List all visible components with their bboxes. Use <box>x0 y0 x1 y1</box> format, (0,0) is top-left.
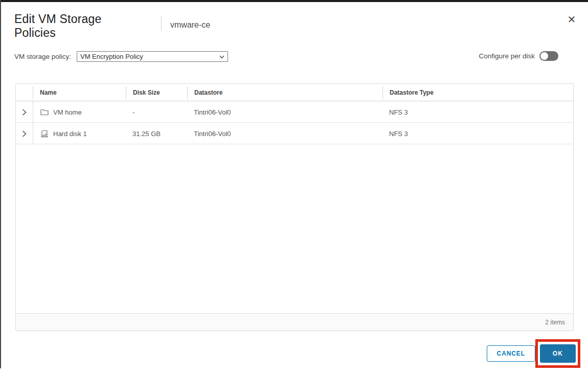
column-header-datastore-type[interactable]: Datastore Type <box>382 86 573 99</box>
vm-storage-policy-select[interactable]: VM Encryption Policy <box>77 51 228 62</box>
window-top-edge <box>0 0 588 2</box>
row-name-cell: Hard disk 1 <box>33 123 126 144</box>
ok-button[interactable]: OK <box>540 344 576 363</box>
policy-form-row: VM storage policy: VM Encryption Policy … <box>14 51 574 62</box>
table-row-hard-disk-1[interactable]: Hard disk 1 31.25 GB Tintri06-Vol0 NFS 3 <box>16 123 573 144</box>
row-disk-size: - <box>126 108 187 116</box>
title-divider <box>161 16 162 31</box>
table-row-vm-home[interactable]: VM home - Tintri06-Vol0 NFS 3 <box>16 101 573 123</box>
toggle-knob <box>540 52 548 60</box>
table-empty-area <box>16 144 573 313</box>
column-header-disk-size[interactable]: Disk Size <box>126 86 187 99</box>
storage-policy-table: Name Disk Size Datastore Datastore Type … <box>15 83 574 331</box>
chevron-down-icon <box>219 55 224 59</box>
expander-column-header <box>16 86 33 99</box>
configure-per-disk-label: Configure per disk <box>479 52 535 60</box>
window-left-edge <box>0 0 1 368</box>
edit-vm-storage-policies-dialog: Edit VM Storage Policies vmware-ce ✕ VM … <box>0 0 588 374</box>
hard-disk-icon <box>40 130 49 138</box>
configure-per-disk-toggle[interactable] <box>539 51 558 61</box>
row-name-cell: VM home <box>33 101 126 123</box>
vm-name-subtitle: vmware-ce <box>170 20 210 30</box>
row-datastore: Tintri06-Vol0 <box>187 130 382 138</box>
items-count: 2 items <box>545 319 565 326</box>
folder-icon <box>40 109 49 116</box>
chevron-right-icon[interactable] <box>16 101 33 123</box>
chevron-right-icon[interactable] <box>16 123 33 144</box>
row-disk-size: 31.25 GB <box>126 130 187 138</box>
row-datastore-type: NFS 3 <box>382 130 573 138</box>
column-header-datastore[interactable]: Datastore <box>187 86 382 99</box>
configure-per-disk-group: Configure per disk <box>479 51 558 61</box>
dialog-title: Edit VM Storage Policies <box>14 12 137 40</box>
vm-storage-policy-label: VM storage policy: <box>14 53 71 60</box>
table-header-row: Name Disk Size Datastore Datastore Type <box>16 84 573 101</box>
dialog-actions: CANCEL OK <box>487 339 580 368</box>
row-datastore: Tintri06-Vol0 <box>187 108 382 116</box>
annotation-highlight-box: OK <box>535 339 580 368</box>
row-name-label: Hard disk 1 <box>53 130 87 138</box>
column-header-name[interactable]: Name <box>33 86 126 99</box>
cancel-button[interactable]: CANCEL <box>487 345 535 362</box>
row-name-label: VM home <box>53 108 82 116</box>
close-icon[interactable]: ✕ <box>566 13 578 26</box>
selected-policy-value: VM Encryption Policy <box>80 52 143 61</box>
table-footer: 2 items <box>16 313 573 331</box>
row-datastore-type: NFS 3 <box>382 108 573 116</box>
